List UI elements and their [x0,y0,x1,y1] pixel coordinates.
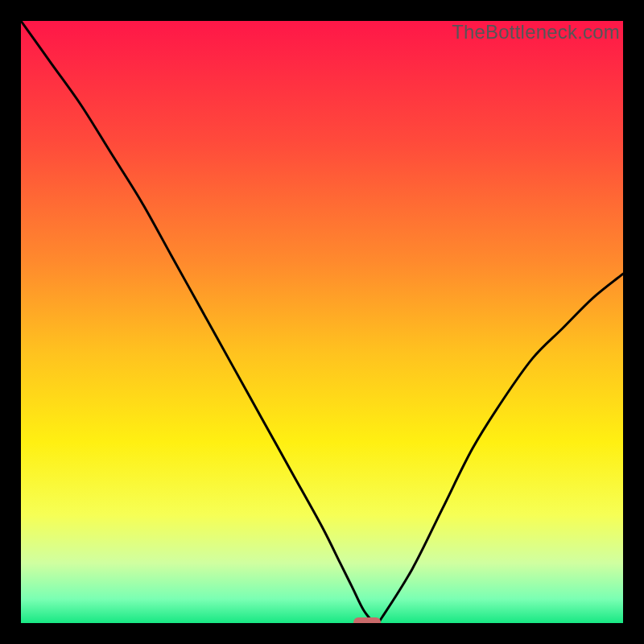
minimum-marker [353,617,381,623]
chart-frame: TheBottleneck.com [0,0,644,644]
curve-layer [21,21,623,623]
bottleneck-curve [21,21,623,623]
plot-area: TheBottleneck.com [21,21,623,623]
